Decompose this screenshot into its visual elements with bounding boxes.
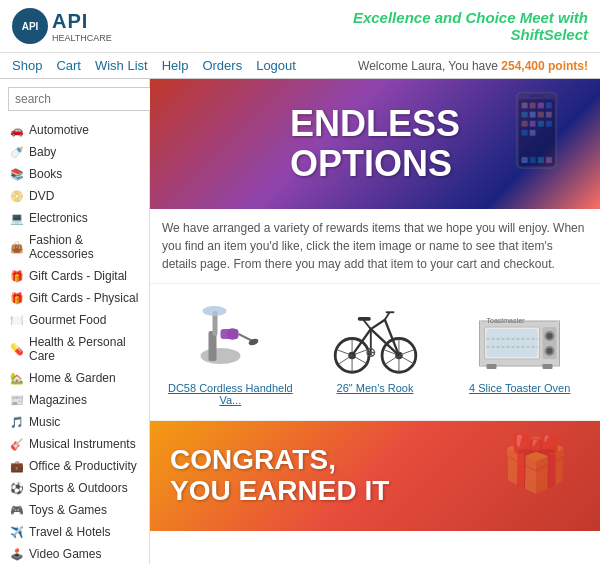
nav-help[interactable]: Help (162, 58, 189, 73)
category-label: Baby (29, 145, 56, 159)
svg-line-6 (238, 334, 252, 341)
category-videogames[interactable]: 🕹️ Video Games (0, 543, 149, 564)
congrats-text: CONGRATS, YOU EARNED IT (170, 445, 389, 507)
home-icon: 🏡 (10, 372, 24, 385)
nav-orders[interactable]: Orders (202, 58, 242, 73)
hero-decoration: 📱 (493, 89, 580, 171)
bike-svg (314, 301, 437, 376)
category-toys[interactable]: 🎮 Toys & Games (0, 499, 149, 521)
hero-line1: ENDLESS (290, 103, 460, 144)
svg-point-41 (547, 348, 553, 354)
toaster-svg: Toastmaster (458, 301, 581, 376)
nav-wishlist[interactable]: Wish List (95, 58, 148, 73)
svg-rect-34 (487, 329, 538, 357)
category-label: Video Games (29, 547, 102, 561)
product-bike: 26" Men's Rook (303, 294, 448, 410)
office-icon: 💼 (10, 460, 24, 473)
category-books[interactable]: 📚 Books (0, 163, 149, 185)
magazines-icon: 📰 (10, 394, 24, 407)
svg-point-5 (226, 328, 238, 340)
category-automotive[interactable]: 🚗 Automotive (0, 119, 149, 141)
category-music[interactable]: 🎵 Music (0, 411, 149, 433)
points-value: 254,400 points! (501, 59, 588, 73)
welcome-message: Welcome Laura, You have 254,400 points! (358, 59, 588, 73)
health-icon: 💊 (10, 343, 24, 356)
category-travel[interactable]: ✈️ Travel & Hotels (0, 521, 149, 543)
main-layout: Go 🚗 Automotive 🍼 Baby 📚 Books 📀 DVD 💻 E… (0, 79, 600, 564)
category-sports[interactable]: ⚽ Sports & Outdoors (0, 477, 149, 499)
nav-cart[interactable]: Cart (56, 58, 81, 73)
category-label: Electronics (29, 211, 88, 225)
main-content: ENDLESS OPTIONS 📱 We have arranged a var… (150, 79, 600, 564)
category-electronics[interactable]: 💻 Electronics (0, 207, 149, 229)
vacuum-svg (169, 301, 292, 376)
category-label: Toys & Games (29, 503, 107, 517)
category-label: Fashion & Accessories (29, 233, 139, 261)
nav-shop[interactable]: Shop (12, 58, 42, 73)
svg-line-14 (338, 355, 351, 363)
travel-icon: ✈️ (10, 526, 24, 539)
giftcard-physical-icon: 🎁 (10, 292, 24, 305)
svg-line-25 (363, 319, 371, 328)
svg-point-0 (200, 348, 240, 364)
congrats-banner: CONGRATS, YOU EARNED IT 🎁 (150, 421, 600, 531)
hero-banner: ENDLESS OPTIONS 📱 (150, 79, 600, 209)
category-label: Health & Personal Care (29, 335, 139, 363)
vacuum-image (162, 298, 299, 378)
logo-circle-text: API (22, 21, 39, 32)
svg-line-20 (385, 355, 398, 363)
category-baby[interactable]: 🍼 Baby (0, 141, 149, 163)
toys-icon: 🎮 (10, 504, 24, 517)
navbar: Shop Cart Wish List Help Orders Logout W… (0, 53, 600, 79)
category-giftcards-digital[interactable]: 🎁 Gift Cards - Digital (0, 265, 149, 287)
header-tagline: Excellence and Choice Meet with ShiftSel… (353, 9, 588, 43)
search-input[interactable] (8, 87, 172, 111)
congrats-line1: CONGRATS, (170, 444, 336, 475)
category-label: Gift Cards - Physical (29, 291, 138, 305)
hero-line2: OPTIONS (290, 143, 452, 184)
tagline-brand: ShiftSelect (353, 26, 588, 43)
sidebar: Go 🚗 Automotive 🍼 Baby 📚 Books 📀 DVD 💻 E… (0, 79, 150, 564)
category-label: Books (29, 167, 62, 181)
logo-wordmark: API HEALTHCARE (52, 10, 112, 43)
category-health[interactable]: 💊 Health & Personal Care (0, 331, 149, 367)
category-home[interactable]: 🏡 Home & Garden (0, 367, 149, 389)
giftcard-digital-icon: 🎁 (10, 270, 24, 283)
svg-line-16 (352, 355, 367, 363)
category-label: Office & Productivity (29, 459, 137, 473)
category-giftcards-physical[interactable]: 🎁 Gift Cards - Physical (0, 287, 149, 309)
congrats-line2: YOU EARNED IT (170, 475, 389, 506)
category-label: Magazines (29, 393, 87, 407)
category-label: Sports & Outdoors (29, 481, 128, 495)
category-label: Home & Garden (29, 371, 116, 385)
products-row: DC58 Cordless Handheld Va... (150, 284, 600, 421)
nav-logout[interactable]: Logout (256, 58, 296, 73)
category-label: Musical Instruments (29, 437, 136, 451)
svg-line-27 (384, 312, 389, 320)
category-dvd[interactable]: 📀 DVD (0, 185, 149, 207)
hero-text: ENDLESS OPTIONS (270, 104, 480, 183)
product-toaster-name[interactable]: 4 Slice Toaster Oven (451, 382, 588, 394)
congrats-heading: CONGRATS, YOU EARNED IT (170, 445, 389, 507)
category-office[interactable]: 💼 Office & Productivity (0, 455, 149, 477)
product-bike-name[interactable]: 26" Men's Rook (307, 382, 444, 394)
product-vacuum-name[interactable]: DC58 Cordless Handheld Va... (162, 382, 299, 406)
category-magazines[interactable]: 📰 Magazines (0, 389, 149, 411)
congrats-decoration: 🎁 (501, 431, 570, 496)
tagline-line1: Excellence and Choice Meet with (353, 9, 588, 26)
product-toaster: Toastmaster 4 Slice Toaster Oven (447, 294, 592, 410)
videogames-icon: 🕹️ (10, 548, 24, 561)
category-fashion[interactable]: 👜 Fashion & Accessories (0, 229, 149, 265)
category-instruments[interactable]: 🎸 Musical Instruments (0, 433, 149, 455)
category-label: Travel & Hotels (29, 525, 111, 539)
baby-icon: 🍼 (10, 146, 24, 159)
sports-icon: ⚽ (10, 482, 24, 495)
description-text: We have arranged a variety of rewards it… (150, 209, 600, 284)
category-label: Automotive (29, 123, 89, 137)
page-header: API API HEALTHCARE Excellence and Choice… (0, 0, 600, 53)
category-gourmet-food[interactable]: 🍽️ Gourmet Food (0, 309, 149, 331)
logo-circle: API (12, 8, 48, 44)
fashion-icon: 👜 (10, 241, 24, 254)
category-label: Gift Cards - Digital (29, 269, 127, 283)
books-icon: 📚 (10, 168, 24, 181)
